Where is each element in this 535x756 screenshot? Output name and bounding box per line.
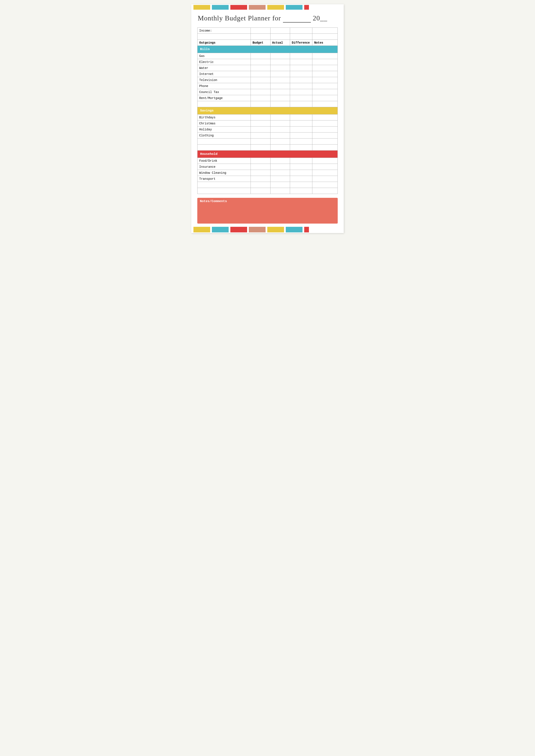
- household-insurance: Insurance: [198, 164, 251, 170]
- household-transport: Transport: [198, 176, 251, 182]
- swatch-yellow-2: [267, 5, 284, 10]
- table-row: Water: [198, 65, 338, 71]
- table-row: Internet: [198, 71, 338, 77]
- table-row: Food/Drink: [198, 158, 338, 164]
- bills-rent-mortgage: Rent/Mortgage: [198, 95, 251, 101]
- header-actual: Actual: [270, 40, 290, 46]
- swatch-bottom-salmon-1: [249, 227, 266, 232]
- table-row: Insurance: [198, 164, 338, 170]
- header-difference: Difference: [290, 40, 312, 46]
- table-row: Birthdays: [198, 114, 338, 121]
- savings-header-row: Savings: [198, 107, 338, 114]
- swatch-bottom-yellow-1: [193, 227, 210, 232]
- swatch-bottom-teal-2: [286, 227, 302, 232]
- income-row: Income:: [198, 28, 338, 34]
- table-row: Holiday: [198, 127, 338, 132]
- top-color-bar: [191, 4, 344, 10]
- income-notes[interactable]: [312, 28, 338, 34]
- table-row: Transport: [198, 176, 338, 182]
- page: Monthly Budget Planner for 20__ Income:: [191, 4, 344, 233]
- savings-section-header: Savings: [198, 107, 338, 114]
- title-underline: [283, 14, 311, 22]
- header-notes: Notes: [312, 40, 338, 46]
- empty-row-5: [198, 182, 338, 188]
- notes-comments-section[interactable]: Notes/Comments: [197, 198, 338, 223]
- swatch-red-2: [304, 5, 309, 10]
- table-row: Window Cleaning: [198, 170, 338, 176]
- table-row: Electric: [198, 59, 338, 65]
- income-actual[interactable]: [270, 28, 290, 34]
- bills-header-row: Bills: [198, 46, 338, 53]
- empty-row-2: [198, 101, 338, 107]
- income-label: Income:: [198, 28, 251, 34]
- swatch-teal-2: [286, 5, 302, 10]
- header-budget: Budget: [251, 40, 270, 46]
- swatch-red-1: [230, 5, 247, 10]
- table-row: Council Tax: [198, 89, 338, 95]
- swatch-bottom-red-2: [304, 227, 309, 232]
- swatch-bottom-red-1: [230, 227, 247, 232]
- bills-television: Television: [198, 77, 251, 83]
- household-header-row: Household: [198, 151, 338, 158]
- table-row: Phone: [198, 83, 338, 89]
- bills-internet: Internet: [198, 71, 251, 77]
- table-row: Clothing: [198, 132, 338, 138]
- empty-row-4: [198, 145, 338, 151]
- savings-clothing: Clothing: [198, 132, 251, 138]
- savings-label: Savings: [199, 108, 336, 113]
- table-row: Television: [198, 77, 338, 83]
- bills-council-tax: Council Tax: [198, 89, 251, 95]
- savings-birthdays: Birthdays: [198, 114, 251, 121]
- swatch-yellow-1: [193, 5, 210, 10]
- bills-section-header: Bills: [198, 46, 338, 53]
- household-window-cleaning: Window Cleaning: [198, 170, 251, 176]
- table-row: Rent/Mortgage: [198, 95, 338, 101]
- swatch-bottom-teal-1: [212, 227, 229, 232]
- title-main: Monthly Budget Planner for: [198, 14, 283, 22]
- savings-christmas: Christmas: [198, 121, 251, 127]
- empty-row-6: [198, 188, 338, 194]
- household-food-drink: Food/Drink: [198, 158, 251, 164]
- income-budget[interactable]: [251, 28, 270, 34]
- bills-water: Water: [198, 65, 251, 71]
- bills-phone: Phone: [198, 83, 251, 89]
- table-row: Christmas: [198, 121, 338, 127]
- title-year-suffix: __: [320, 14, 327, 22]
- budget-table: Income: Outgoings Budget A: [197, 27, 338, 194]
- notes-title: Notes/Comments: [200, 199, 335, 203]
- household-section-header: Household: [198, 151, 338, 158]
- empty-row-3: [198, 138, 338, 145]
- page-title: Monthly Budget Planner for 20__: [198, 14, 327, 22]
- bills-gas: Gas: [198, 53, 251, 59]
- bottom-color-bar: [191, 226, 344, 233]
- swatch-salmon-1: [249, 5, 266, 10]
- header-outgoings: Outgoings: [198, 40, 251, 46]
- table-row: Gas: [198, 53, 338, 59]
- swatch-teal-1: [212, 5, 229, 10]
- empty-row-1: [198, 34, 338, 40]
- swatch-bottom-yellow-2: [267, 227, 284, 232]
- title-year-prefix: 20: [311, 14, 320, 22]
- savings-holiday: Holiday: [198, 127, 251, 132]
- title-section: Monthly Budget Planner for 20__: [191, 10, 344, 25]
- bills-label: Bills: [199, 47, 336, 52]
- budget-table-wrapper: Income: Outgoings Budget A: [191, 25, 344, 196]
- household-label: Household: [199, 152, 336, 157]
- bills-electric: Electric: [198, 59, 251, 65]
- header-row: Outgoings Budget Actual Difference Notes: [198, 40, 338, 46]
- income-diff[interactable]: [290, 28, 312, 34]
